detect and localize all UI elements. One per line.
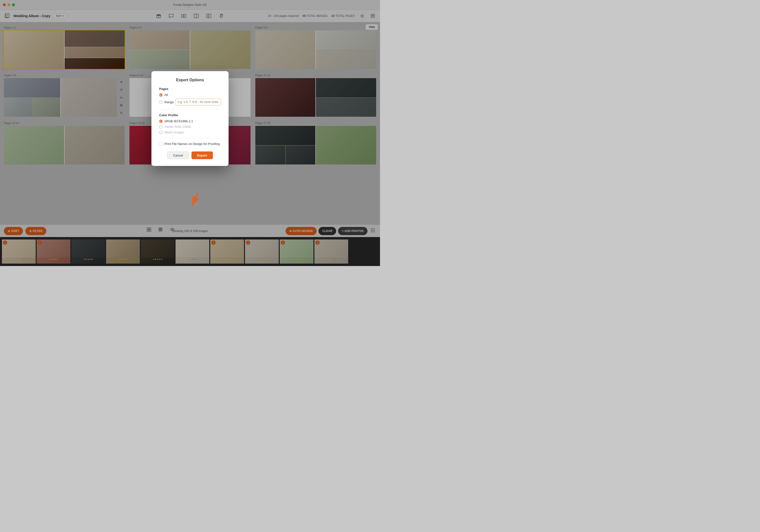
arrow-annotation: [179, 188, 203, 213]
export-dialog: Export Options Pages All Range Color Pro…: [151, 71, 229, 166]
all-label: All: [165, 93, 168, 97]
all-radio[interactable]: [159, 93, 163, 97]
color-profile-label: Color Profile: [159, 113, 221, 117]
export-button[interactable]: Export: [191, 151, 213, 159]
svg-line-41: [192, 193, 198, 206]
print-filenames-checkbox[interactable]: [159, 142, 163, 146]
dialog-buttons: Cancel Export: [159, 151, 221, 159]
srgb-option-row[interactable]: sRGB IEC61966-2.1: [159, 120, 221, 123]
all-option-row[interactable]: All: [159, 93, 221, 97]
srgb-radio[interactable]: [159, 120, 163, 123]
range-radio[interactable]: [159, 100, 163, 104]
srgb-label: sRGB IEC61966-2.1: [165, 120, 193, 123]
range-input[interactable]: [175, 99, 221, 105]
match-label: Match Images: [165, 130, 184, 134]
print-filenames-row[interactable]: Print File Names on Design for Proofing: [159, 142, 221, 146]
range-option-row[interactable]: Range: [159, 99, 221, 105]
match-radio[interactable]: [159, 131, 163, 134]
adobe-label: Adobe RGB (1998): [165, 125, 191, 128]
modal-overlay: Export Options Pages All Range Color Pro…: [0, 0, 380, 266]
match-option-row[interactable]: Match Images: [159, 130, 221, 134]
section-divider-1: [159, 109, 221, 110]
pages-section-label: Pages: [159, 87, 221, 91]
adobe-radio[interactable]: [159, 125, 163, 128]
print-filenames-label: Print File Names on Design for Proofing: [165, 142, 220, 146]
cancel-button[interactable]: Cancel: [167, 151, 189, 159]
range-label: Range: [165, 100, 173, 104]
adobe-option-row[interactable]: Adobe RGB (1998): [159, 125, 221, 128]
dialog-title: Export Options: [159, 78, 221, 82]
